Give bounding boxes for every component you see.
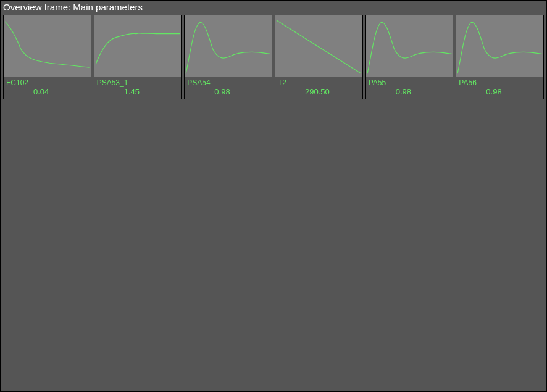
trend-line [186,22,270,73]
panel-label: PSA54 [185,77,272,87]
panel-value: 0.04 [4,87,91,99]
trend-line [457,22,542,73]
panel-value: 1.45 [94,87,182,99]
panel-label: FC102 [4,77,91,87]
plot-pa55 [366,15,453,77]
overview-frame: Overview frame: Main parameters FC102 0.… [0,0,547,392]
trend-line [5,22,90,67]
plot-t2 [275,15,362,77]
plot-psa53-1 [94,15,182,77]
panel-value: 0.98 [185,87,272,99]
panel-pa56[interactable]: PA56 0.98 [456,15,544,99]
trend-line [96,33,180,64]
panel-psa54[interactable]: PSA54 0.98 [184,15,272,99]
panel-value: 0.98 [456,87,543,99]
panel-pa55[interactable]: PA55 0.98 [365,15,454,99]
panel-t2[interactable]: T2 290.50 [275,15,363,99]
trend-line [367,22,452,73]
trend-line [277,20,361,73]
panel-row: FC102 0.04 PSA53_1 1.45 PSA54 0.98 T2 29… [1,15,546,99]
plot-psa54 [185,15,272,77]
plot-pa56 [456,15,543,77]
panel-label: T2 [275,77,362,87]
panel-fc102[interactable]: FC102 0.04 [3,15,91,99]
panel-value: 0.98 [366,87,453,99]
frame-title: Overview frame: Main parameters [1,1,546,15]
plot-fc102 [4,15,91,77]
panel-label: PSA53_1 [94,77,182,87]
panel-label: PA56 [456,77,543,87]
panel-psa53-1[interactable]: PSA53_1 1.45 [94,15,182,99]
panel-value: 290.50 [275,87,362,99]
panel-label: PA55 [366,77,453,87]
